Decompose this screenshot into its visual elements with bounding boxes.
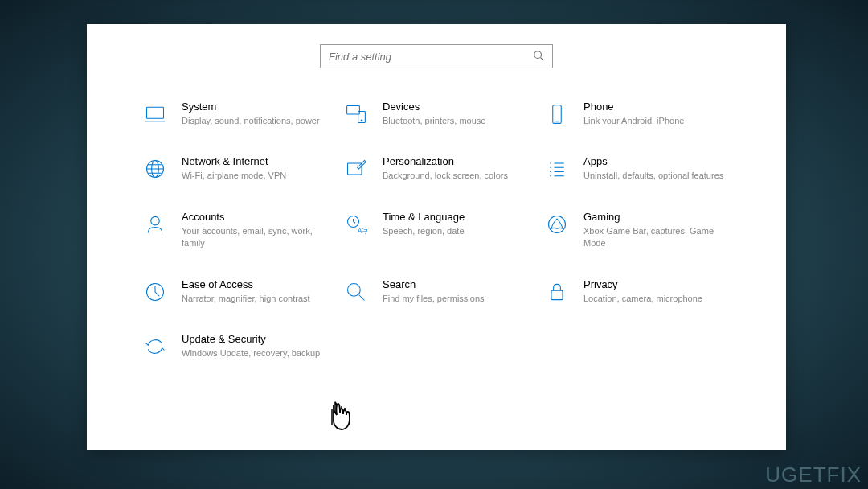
settings-grid: System Display, sound, notifications, po… bbox=[119, 101, 754, 360]
setting-ease-of-access[interactable]: Ease of Access Narrator, magnifier, high… bbox=[143, 278, 328, 305]
apps-icon bbox=[545, 157, 569, 181]
setting-title: Ease of Access bbox=[182, 278, 328, 290]
setting-title: Privacy bbox=[583, 278, 730, 290]
svg-line-32 bbox=[359, 294, 365, 300]
search-icon bbox=[533, 50, 544, 64]
svg-rect-7 bbox=[553, 105, 562, 124]
setting-network[interactable]: Network & Internet Wi-Fi, airplane mode,… bbox=[143, 155, 328, 182]
gaming-icon bbox=[545, 212, 569, 236]
svg-point-6 bbox=[361, 120, 362, 121]
watermark: UGETFIX bbox=[765, 462, 862, 487]
personalization-icon bbox=[344, 157, 368, 181]
setting-accounts[interactable]: Accounts Your accounts, email, sync, wor… bbox=[143, 211, 328, 250]
settings-window: System Display, sound, notifications, po… bbox=[87, 24, 786, 450]
svg-line-27 bbox=[354, 221, 356, 223]
setting-desc: Background, lock screen, colors bbox=[383, 170, 529, 182]
setting-title: Update & Security bbox=[182, 333, 328, 345]
setting-desc: Windows Update, recovery, backup bbox=[182, 347, 328, 360]
devices-icon bbox=[344, 102, 368, 126]
search-setting-icon bbox=[344, 280, 368, 304]
svg-line-15 bbox=[358, 168, 359, 170]
search-input[interactable] bbox=[329, 51, 533, 63]
setting-title: System bbox=[182, 101, 328, 113]
setting-title: Phone bbox=[583, 101, 730, 113]
setting-title: Search bbox=[383, 278, 529, 290]
setting-desc: Uninstall, defaults, optional features bbox=[583, 170, 730, 182]
svg-rect-2 bbox=[147, 107, 164, 118]
svg-text:A字: A字 bbox=[358, 226, 367, 234]
setting-title: Network & Internet bbox=[182, 155, 328, 167]
setting-title: Devices bbox=[383, 101, 529, 113]
svg-line-1 bbox=[541, 57, 544, 60]
setting-desc: Find my files, permissions bbox=[383, 293, 529, 305]
accounts-icon bbox=[143, 212, 167, 236]
phone-icon bbox=[545, 102, 569, 126]
setting-desc: Link your Android, iPhone bbox=[583, 115, 730, 127]
system-icon bbox=[143, 102, 167, 126]
svg-point-0 bbox=[534, 51, 542, 58]
setting-desc: Speech, region, date bbox=[383, 225, 529, 237]
setting-phone[interactable]: Phone Link your Android, iPhone bbox=[545, 101, 730, 127]
setting-desc: Your accounts, email, sync, work, family bbox=[182, 225, 328, 250]
search-box[interactable] bbox=[320, 44, 553, 68]
setting-desc: Narrator, magnifier, high contrast bbox=[182, 293, 328, 305]
setting-desc: Xbox Game Bar, captures, Game Mode bbox=[583, 225, 730, 250]
svg-point-31 bbox=[348, 283, 361, 296]
svg-point-24 bbox=[151, 216, 160, 225]
search-container bbox=[119, 44, 754, 68]
setting-title: Personalization bbox=[383, 155, 529, 167]
update-security-icon bbox=[143, 335, 167, 359]
setting-update-security[interactable]: Update & Security Windows Update, recove… bbox=[143, 333, 328, 360]
setting-desc: Bluetooth, printers, mouse bbox=[383, 115, 529, 127]
setting-search[interactable]: Search Find my files, permissions bbox=[344, 278, 529, 305]
setting-gaming[interactable]: Gaming Xbox Game Bar, captures, Game Mod… bbox=[545, 211, 730, 250]
setting-personalization[interactable]: Personalization Background, lock screen,… bbox=[344, 155, 529, 182]
setting-title: Apps bbox=[583, 155, 730, 167]
setting-time-language[interactable]: A字 Time & Language Speech, region, date bbox=[344, 211, 529, 250]
setting-apps[interactable]: Apps Uninstall, defaults, optional featu… bbox=[545, 155, 730, 182]
network-icon bbox=[143, 157, 167, 181]
setting-desc: Display, sound, notifications, power bbox=[182, 115, 328, 127]
setting-desc: Location, camera, microphone bbox=[583, 293, 730, 305]
setting-desc: Wi-Fi, airplane mode, VPN bbox=[182, 170, 328, 182]
setting-privacy[interactable]: Privacy Location, camera, microphone bbox=[545, 278, 730, 305]
svg-rect-33 bbox=[551, 290, 563, 299]
svg-rect-4 bbox=[347, 106, 360, 115]
setting-title: Time & Language bbox=[383, 211, 529, 223]
ease-of-access-icon bbox=[143, 280, 167, 304]
setting-title: Gaming bbox=[583, 211, 730, 223]
setting-system[interactable]: System Display, sound, notifications, po… bbox=[143, 101, 328, 127]
time-language-icon: A字 bbox=[344, 212, 368, 236]
privacy-icon bbox=[545, 280, 569, 304]
setting-devices[interactable]: Devices Bluetooth, printers, mouse bbox=[344, 101, 529, 127]
setting-title: Accounts bbox=[182, 211, 328, 223]
